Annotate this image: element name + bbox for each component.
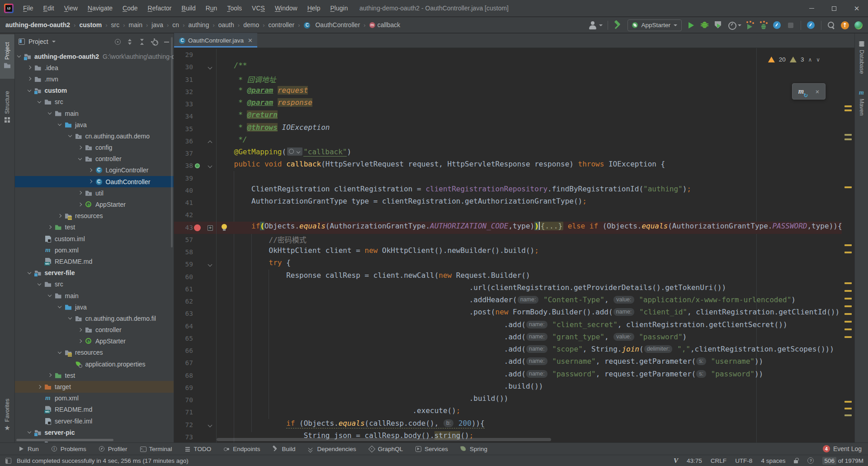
code-line-36[interactable]: 36 */ bbox=[174, 135, 842, 147]
tree-item-resources[interactable]: resources bbox=[15, 347, 174, 358]
tree-item-test[interactable]: test bbox=[15, 222, 174, 233]
close-icon[interactable]: ✕ bbox=[816, 88, 819, 95]
error-stripe-mark[interactable] bbox=[844, 401, 852, 403]
tree-chevron-icon[interactable] bbox=[57, 350, 62, 355]
build-hammer-icon[interactable] bbox=[613, 20, 623, 31]
toolwindow-button-todo[interactable]: TODO bbox=[184, 446, 212, 452]
tree-chevron-icon[interactable] bbox=[37, 385, 42, 390]
tree-chevron-icon[interactable] bbox=[47, 293, 52, 298]
file-encoding[interactable]: UTF-8 bbox=[735, 457, 752, 464]
code-line-57[interactable]: 57 //密码模式 bbox=[174, 234, 842, 246]
indent-setting[interactable]: 4 spaces bbox=[761, 457, 785, 464]
tree-chevron-icon[interactable] bbox=[57, 304, 62, 309]
code-text[interactable]: * @param request bbox=[216, 86, 842, 98]
tree-item-resources[interactable]: resources bbox=[15, 210, 174, 222]
tree-chevron-icon[interactable] bbox=[88, 179, 93, 184]
breakpoint-icon[interactable] bbox=[194, 224, 201, 231]
code-text[interactable]: public void callback(HttpServletRequest … bbox=[216, 160, 842, 172]
profiler-debug-icon[interactable] bbox=[758, 20, 769, 31]
tree-chevron-icon[interactable] bbox=[78, 157, 83, 162]
tree-item-custom[interactable]: custom bbox=[15, 85, 174, 96]
error-stripe-mark[interactable] bbox=[844, 328, 852, 330]
code-line-71[interactable]: 71 .execute(); bbox=[174, 406, 842, 418]
code-line-37[interactable]: 37 @GetMapping("callback") bbox=[174, 147, 842, 160]
code-line-30[interactable]: 30 /** bbox=[174, 61, 842, 73]
tree-item-logincontroller[interactable]: LoginController bbox=[15, 165, 174, 176]
error-stripe-mark[interactable] bbox=[844, 313, 852, 315]
hide-panel-icon[interactable] bbox=[163, 38, 170, 45]
tree-item--idea[interactable]: .idea bbox=[15, 62, 174, 73]
tree-item-readme-md[interactable]: README.md bbox=[15, 404, 174, 415]
tree-item-java[interactable]: java bbox=[15, 301, 174, 313]
tree-item-pom-xml[interactable]: pom.xml bbox=[15, 244, 174, 256]
tree-chevron-icon[interactable] bbox=[78, 145, 83, 150]
profiler-run-icon[interactable] bbox=[745, 20, 755, 31]
tree-chevron-icon[interactable] bbox=[27, 430, 32, 435]
tree-item-util[interactable]: util bbox=[15, 187, 174, 199]
code-text[interactable] bbox=[216, 209, 842, 221]
code-line-34[interactable]: 34 * @return bbox=[174, 110, 842, 123]
tree-chevron-icon[interactable] bbox=[68, 133, 73, 138]
code-text[interactable]: .add(name: "client_secret", clientRegist… bbox=[216, 320, 842, 333]
error-stripe-mark[interactable] bbox=[844, 290, 852, 292]
error-stripe-mark[interactable] bbox=[844, 408, 852, 409]
code-text[interactable]: AuthorizationGrantType type = clientRegi… bbox=[216, 197, 842, 209]
intellij-profiler-icon[interactable] bbox=[772, 20, 783, 31]
error-stripe-mark[interactable] bbox=[844, 298, 852, 300]
expand-all-icon[interactable] bbox=[127, 38, 133, 45]
tree-chevron-icon[interactable] bbox=[88, 168, 93, 173]
run-icon[interactable] bbox=[686, 20, 697, 31]
code-line-62[interactable]: 62 .addHeader(name: "Content-Type", valu… bbox=[174, 295, 842, 308]
code-text[interactable] bbox=[216, 49, 842, 61]
toolwindow-button-spring[interactable]: Spring bbox=[460, 446, 487, 452]
tree-chevron-icon[interactable] bbox=[27, 88, 32, 93]
tree-item-main[interactable]: main bbox=[15, 108, 174, 119]
error-stripe-mark[interactable] bbox=[844, 186, 852, 188]
menu-file[interactable]: File bbox=[18, 0, 38, 17]
locate-file-icon[interactable] bbox=[114, 38, 121, 45]
sidebar-item-structure[interactable]: Structure bbox=[0, 83, 14, 133]
fold-marker-icon[interactable] bbox=[208, 61, 213, 73]
code-text[interactable]: * 回调地址 bbox=[216, 74, 842, 86]
help-icon[interactable] bbox=[807, 457, 814, 464]
toolwindow-button-dependencies[interactable]: Dependencies bbox=[307, 446, 356, 452]
fold-marker-icon[interactable] bbox=[208, 222, 213, 234]
toolwindow-button-run[interactable]: Run bbox=[18, 446, 39, 452]
prev-warning-icon[interactable]: ∧ bbox=[808, 57, 812, 63]
tree-item-application-properties[interactable]: application.properties bbox=[15, 358, 174, 370]
code-text[interactable]: OkHttpClient client = new OkHttpClient()… bbox=[216, 246, 842, 258]
tree-item-cn-authing-oauth-demo[interactable]: cn.authing.oauth.demo bbox=[15, 130, 174, 142]
tree-item-controller[interactable]: controller bbox=[15, 324, 174, 336]
code-text[interactable]: * @param response bbox=[216, 98, 842, 110]
tree-chevron-icon[interactable] bbox=[17, 54, 22, 59]
tab-oauthcontroller[interactable]: OauthController.java ✕ bbox=[174, 33, 257, 48]
code-text[interactable] bbox=[216, 172, 842, 185]
error-stripe-mark[interactable] bbox=[844, 414, 852, 416]
tree-chevron-icon[interactable] bbox=[78, 190, 83, 195]
line-separator[interactable]: CRLF bbox=[711, 457, 726, 464]
breadcrumb-item-custom[interactable]: custom bbox=[79, 21, 102, 29]
tree-item-server-file-iml[interactable]: server-file.iml bbox=[15, 415, 174, 427]
code-line-67[interactable]: 67 .add(name: "username", request.getPar… bbox=[174, 357, 842, 369]
code-text[interactable]: * @return bbox=[216, 110, 842, 123]
code-text[interactable]: if(Objects.equals(AuthorizationGrantType… bbox=[216, 222, 842, 234]
error-stripe-mark[interactable] bbox=[844, 105, 852, 107]
tree-chevron-icon[interactable] bbox=[37, 282, 42, 287]
tree-item-src[interactable]: src bbox=[15, 279, 174, 290]
fold-marker-icon[interactable] bbox=[208, 135, 213, 147]
code-text[interactable]: .add(name: "username", request.getParame… bbox=[216, 357, 842, 369]
sidebar-item-database[interactable]: Database bbox=[855, 38, 868, 83]
tree-item-appstarter[interactable]: AppStarter bbox=[15, 336, 174, 347]
spring-bean-icon[interactable] bbox=[195, 163, 200, 168]
error-stripe[interactable] bbox=[842, 48, 854, 442]
tree-chevron-icon[interactable] bbox=[78, 328, 83, 333]
code-line-31[interactable]: 31 * 回调地址 bbox=[174, 74, 842, 86]
caret-position[interactable]: 43:75 bbox=[687, 457, 702, 464]
toolwindow-toggle-icon[interactable] bbox=[5, 458, 11, 464]
menu-refactor[interactable]: Refactor bbox=[143, 0, 177, 17]
load-maven-changes-popup[interactable]: m ✕ bbox=[792, 83, 826, 100]
error-stripe-mark[interactable] bbox=[844, 336, 852, 338]
code-text[interactable]: .url(clientRegistration.getProviderDetai… bbox=[216, 283, 842, 295]
tree-item-java[interactable]: java bbox=[15, 119, 174, 130]
error-stripe-mark[interactable] bbox=[844, 109, 852, 111]
